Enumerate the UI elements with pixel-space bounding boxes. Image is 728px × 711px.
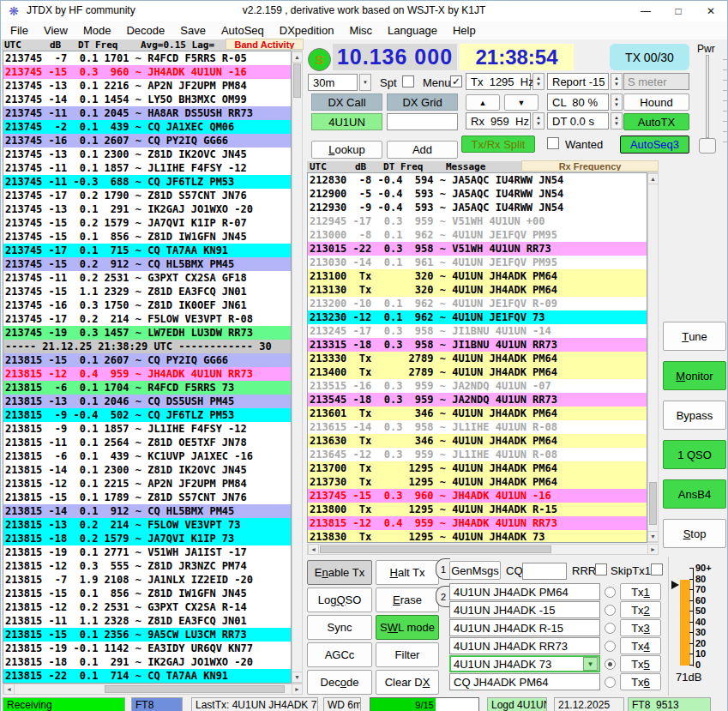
tab-band-activity[interactable]: Band Activity: [226, 39, 304, 50]
decode-row[interactable]: 213315 -18 0.3 958 ~ JI1BNU 4U1UN RR73: [308, 338, 647, 352]
scroll-thumb[interactable]: [649, 482, 657, 525]
menu-item-dxpedition[interactable]: DXpedition: [272, 22, 342, 39]
decode-row[interactable]: 213645 -12 0.3 959 ~ JL1IHE 4U1UN R-08: [308, 448, 647, 461]
spinner-arrows-icon[interactable]: ▲▼: [532, 112, 544, 130]
decode-row[interactable]: 213000 -8 0.1 962 ~ 4U1UN JE1FQV PM95: [308, 228, 647, 242]
menu-item-decode[interactable]: Decode: [118, 22, 172, 39]
decode-row[interactable]: 212900 -5 -0.4 593 ~ JA5AQC IU4RWW JN54: [308, 187, 647, 201]
decode-row[interactable]: 213745 -15 0.1 856 ~ Z81D IW1GFN JN45: [3, 230, 291, 244]
decode-row[interactable]: 213100 Tx 320 ~ 4U1UN JH4ADK PM64: [308, 269, 647, 283]
tx-select-radio-4[interactable]: [605, 641, 616, 652]
decode-row[interactable]: 213815 -6 0.1 1704 ~ R4FCD F5RRS 73: [3, 381, 291, 395]
tx-3-button[interactable]: Tx 3: [620, 619, 661, 636]
decode-row[interactable]: 213015 -22 0.3 958 ~ V51WH 4U1UN RR73: [308, 242, 647, 256]
freq-down-button[interactable]: ▼: [504, 94, 538, 111]
decode-row[interactable]: 213745 -15 0.2 912 ~ CQ HL5BMX PM45: [3, 257, 291, 271]
decode-button[interactable]: Decode: [307, 670, 372, 695]
decode-row[interactable]: 213745 -16 0.3 1750 ~ Z81D IK0OEF JN61: [3, 298, 291, 312]
menu-checkbox[interactable]: ✓: [450, 75, 462, 87]
log-qso-button[interactable]: Log QSO: [307, 587, 372, 612]
tab2-marker[interactable]: 2: [436, 586, 450, 607]
decode-row[interactable]: 213200 -10 0.1 962 ~ 4U1UN JE1FQV R-09: [308, 297, 647, 310]
tx-select-radio-5[interactable]: [605, 659, 616, 670]
cq-input[interactable]: [522, 563, 567, 580]
tx-message-field-4[interactable]: 4U1UN JH4ADK RR73: [449, 637, 600, 654]
scroll-down-icon[interactable]: ▼: [292, 672, 303, 683]
decode-row[interactable]: 213745 -15 1.1 2329 ~ Z81D EA3FCQ JN01: [3, 285, 291, 298]
pwr-slider[interactable]: [706, 55, 709, 138]
decode-row[interactable]: 213815 -13 0.1 2046 ~ CQ DS5USH PM45: [3, 395, 291, 408]
decode-row[interactable]: 213815 -12 0.3 555 ~ Z81D JR3NZC PM74: [3, 559, 291, 573]
stop-button[interactable]: Stop: [663, 519, 726, 548]
decode-row[interactable]: 213815 -9 0.1 1857 ~ JL1IHE F4FSY -12: [3, 422, 291, 436]
clear-dx-button[interactable]: Clear DX: [376, 670, 439, 695]
cl-spinner[interactable]: CL 80 % ▲▼: [547, 93, 623, 111]
decode-row[interactable]: 213745 -11 0.1 1857 ~ JL1IHE F4FSY -12: [3, 161, 291, 175]
chevron-down-icon[interactable]: ▼: [359, 74, 371, 91]
ansb4-button[interactable]: AnsB4: [663, 479, 726, 509]
sync-button[interactable]: Sync: [307, 615, 372, 640]
decode-row[interactable]: 213545 -18 0.3 959 ~ JA2NDQ 4U1UN RR73: [308, 393, 647, 407]
decode-row[interactable]: 213815 -12 0.1 2215 ~ AP2N JF2UPM PM84: [3, 477, 291, 491]
decode-row[interactable]: 213815 -13 0.2 214 ~ F5LOW VE3VPT 73: [3, 518, 291, 532]
scroll-left-icon[interactable]: ◄: [3, 684, 15, 695]
spt-checkbox[interactable]: [402, 75, 414, 87]
tx-message-field-6[interactable]: CQ JH4ADK PM64: [449, 673, 600, 690]
tx-6-button[interactable]: Tx 6: [620, 673, 661, 690]
spinner-arrows-icon[interactable]: ▲▼: [532, 73, 544, 90]
erase-button[interactable]: Erase: [376, 587, 439, 612]
freq-up-button[interactable]: ▲: [466, 94, 500, 111]
menu-item-autoseq[interactable]: AutoSeq: [214, 22, 272, 39]
decode-row[interactable]: 213745 -13 0.1 2216 ~ AP2N JF2UPM PM84: [3, 79, 291, 93]
decode-row[interactable]: 213815 -6 0.1 439 ~ KC1UVP JA1XEC -16: [3, 449, 291, 463]
tx-select-radio-1[interactable]: [605, 587, 616, 598]
decode-row[interactable]: 213815 -15 0.1 2607 ~ CQ PY2IQ GG66: [3, 353, 291, 367]
scroll-up-icon[interactable]: ▲: [292, 51, 303, 63]
spot-indicator-button[interactable]: S: [308, 48, 331, 71]
decode-row[interactable]: 213745 -16 0.1 2607 ~ CQ PY2IQ GG66: [3, 134, 291, 148]
pwr-slider-handle[interactable]: [699, 138, 716, 154]
decode-row[interactable]: 213745 -17 0.2 1790 ~ Z81D S57CNT JN76: [3, 189, 291, 202]
decode-row[interactable]: 213230 -12 0.1 962 ~ 4U1UN JE1FQV 73: [308, 310, 647, 324]
decode-row[interactable]: 213745 -17 0.1 715 ~ CQ TA7AA KN91: [3, 244, 291, 257]
decode-row[interactable]: 213745 -11 0.1 2045 ~ HA8AR DS5USH RR73: [3, 106, 291, 120]
monitor-button[interactable]: Monitor: [663, 361, 726, 390]
decode-row[interactable]: 213815 -14 0.1 2300 ~ Z81D IK2OVC JN45: [3, 463, 291, 477]
report-spinner[interactable]: Report -15 ▲▼: [547, 73, 623, 90]
minimize-button[interactable]: —: [629, 1, 662, 21]
tx-1-button[interactable]: Tx 1: [620, 583, 661, 600]
decode-row[interactable]: 213815 -12 0.4 959 ~ JH4ADK 4U1UN RR73: [3, 367, 291, 381]
autoseq-button[interactable]: AutoSeq3: [620, 136, 689, 154]
decode-row[interactable]: 213745 -13 0.1 291 ~ IK2GAJ JO1WXO -20: [3, 202, 291, 216]
decode-row[interactable]: 213400 Tx 2789 ~ 4U1UN JH4ADK PM64: [308, 365, 647, 379]
tx-message-field-2[interactable]: 4U1UN JH4ADK -15: [449, 601, 600, 618]
decode-row[interactable]: 213815 -15 0.1 1789 ~ Z81D S57CNT JN76: [3, 491, 291, 504]
decode-row[interactable]: 213745 -17 0.2 214 ~ F5LOW VE3VPT R-08: [3, 312, 291, 326]
menu-item-file[interactable]: File: [3, 22, 36, 39]
decode-row[interactable]: 213745 -7 0.1 1701 ~ R4FCD F5RRS R-05: [3, 51, 291, 65]
agcc-button[interactable]: AGCc: [307, 642, 372, 667]
rx-frequency-vscrollbar[interactable]: ▲ ▼: [647, 172, 659, 543]
scroll-thumb[interactable]: [293, 63, 301, 98]
tx-freq-spinner[interactable]: Tx 1295 Hz ▲▼: [466, 73, 544, 90]
tx-2-button[interactable]: Tx 2: [620, 601, 661, 618]
decode-row[interactable]: 212930 -9 -0.4 593 ~ JA5AQC IU4RWW JN54: [308, 201, 647, 214]
decode-row[interactable]: 213815 -11 0.1 2564 ~ Z81D OE5TXF JN78: [3, 436, 291, 449]
close-button[interactable]: ✕: [695, 1, 727, 21]
one-qso-button[interactable]: 1 QSO: [663, 440, 726, 469]
scroll-right-icon[interactable]: ►: [292, 684, 303, 695]
tx-select-radio-3[interactable]: [605, 623, 616, 634]
tx-cycle-indicator[interactable]: TX 00/30: [610, 44, 689, 70]
decode-row[interactable]: 213630 Tx 346 ~ 4U1UN JH4ADK PM64: [308, 434, 647, 448]
decode-row[interactable]: 212830 -8 -0.4 594 ~ JA5AQC IU4RWW JN54: [308, 173, 647, 187]
dx-call-field[interactable]: 4U1UN: [311, 113, 382, 130]
tx-message-field-1[interactable]: 4U1UN JH4ADK PM64: [449, 583, 600, 600]
autotx-button[interactable]: AutoTX: [623, 113, 689, 130]
decode-row[interactable]: 213745 -19 0.3 1457 ~ LW7EDH LU3DW RR73: [3, 326, 291, 340]
decode-row[interactable]: 213815 -18 0.2 1579 ~ JA7QVI K1IP 73: [3, 532, 291, 545]
decode-row[interactable]: 213815 -12 0.4 959 ~ JH4ADK 4U1UN RR73: [308, 516, 647, 530]
decode-row[interactable]: ----- 21.12.25 21:38:29 UTC ------------…: [3, 340, 291, 353]
genmsgs-button[interactable]: GenMsgs: [449, 561, 501, 580]
band-activity-vscrollbar[interactable]: ▲ ▼: [292, 51, 303, 684]
swl-mode-button[interactable]: SWL mode: [376, 615, 439, 640]
